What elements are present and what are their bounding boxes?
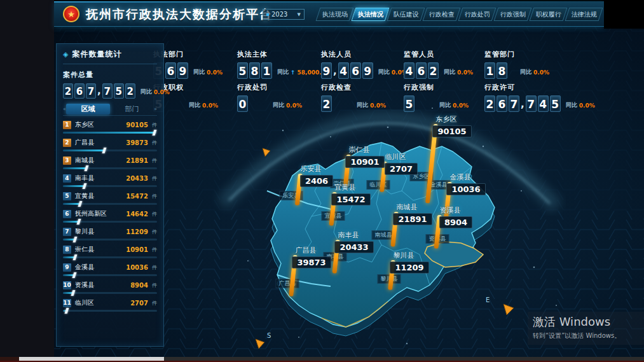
rank-slider-handle[interactable] [71, 290, 76, 296]
year-select[interactable]: 2023 ▼ [263, 9, 305, 20]
rank-row-南丰县[interactable]: 4南丰县20433件 [63, 174, 157, 187]
map-marker-广昌县[interactable]: 广昌县39873 [279, 246, 332, 268]
total-cases-value: 267,752 同比 0.0% [63, 83, 157, 99]
rank-name: 黎川县 [75, 227, 94, 236]
rank-slider-handle[interactable] [77, 219, 81, 225]
rank-slider-handle[interactable] [73, 237, 78, 242]
nav-tab-行政处罚[interactable]: 行政处罚 [458, 8, 497, 21]
tab-region[interactable]: 区域 [66, 104, 110, 115]
rank-progress-track [63, 292, 157, 294]
nav-tab-label: 执法情况 [358, 10, 383, 19]
rank-row-top: 11临川区2707件 [63, 298, 157, 307]
diamond-icon: ◈ [63, 50, 68, 59]
rank-unit: 件 [152, 282, 157, 289]
nav-tab-行政检查[interactable]: 行政检查 [423, 8, 461, 21]
rank-slider-handle[interactable] [102, 148, 107, 153]
nav-tab-法律法规[interactable]: 法律法规 [565, 8, 603, 21]
yoy-label: 同比 [378, 68, 390, 76]
total-cases-label: 案件总量 [63, 70, 157, 80]
rank-row-广昌县[interactable]: 2广昌县39873件 [63, 138, 157, 151]
rank-value: 15472 [126, 193, 148, 200]
rank-name: 资溪县 [75, 281, 94, 289]
nav-tab-执法现场[interactable]: 执法现场 [316, 8, 354, 21]
total-digit-row: 267,752 [63, 83, 135, 99]
digit-box: 9 [177, 62, 188, 79]
rank-progress-fill [63, 185, 85, 187]
marker-name: 东乡区 [420, 115, 473, 124]
yoy-value: 0.0% [457, 69, 473, 76]
yoy-value: 0.0% [533, 69, 549, 76]
rank-unit: 件 [152, 193, 157, 200]
stat-label: 监管人员 [404, 50, 439, 59]
desktop-corner [604, 0, 644, 29]
rank-progress-track [63, 221, 157, 223]
rank-badge: 2 [63, 139, 71, 147]
rank-row-top: 8崇仁县10901件 [63, 245, 157, 254]
rank-slider-handle[interactable] [83, 183, 87, 189]
nav-tab-职权履行[interactable]: 职权履行 [530, 8, 568, 21]
rank-progress-track [63, 185, 157, 187]
rank-slider-handle[interactable] [78, 201, 82, 207]
digit-box: 6 [416, 62, 427, 79]
rank-slider-handle[interactable] [73, 254, 78, 260]
rank-slider-handle[interactable] [85, 165, 89, 171]
map-marker-金溪县[interactable]: 金溪县10036 [434, 172, 487, 195]
marker-name: 广昌县 [279, 246, 332, 255]
marker-name: 乐安县 [284, 164, 338, 174]
yoy-label: 同比 [520, 68, 531, 76]
nav-tab-行政强制[interactable]: 行政强制 [494, 8, 532, 21]
rank-row-东乡区[interactable]: 1东乡区90105件 [63, 120, 157, 134]
rank-row-抚州高新区[interactable]: 6抚州高新区14642件 [63, 209, 157, 223]
rank-row-金溪县[interactable]: 9金溪县10036件 [63, 263, 157, 276]
map-district-label-广昌县: 广昌县 [276, 279, 299, 288]
marker-value: 90105 [432, 125, 471, 137]
rank-value: 39873 [126, 139, 148, 146]
nav-tab-队伍建设[interactable]: 队伍建设 [387, 8, 425, 21]
rank-row-top: 1东乡区90105件 [63, 120, 157, 129]
digit-box: 5 [114, 83, 124, 99]
digit-box: 6 [74, 83, 85, 99]
digit-box: 2 [63, 83, 73, 99]
pager-right-icon[interactable]: » [154, 106, 157, 112]
stat-监管人员: 监管人员462同比0.0% [404, 50, 473, 79]
marker-value: 20433 [334, 241, 373, 253]
rank-row-资溪县[interactable]: 10资溪县8904件 [63, 281, 157, 294]
stat-main: 监管部门18 [484, 50, 515, 79]
rank-badge: 8 [63, 246, 71, 254]
tab-department[interactable]: 部门 [110, 104, 154, 115]
marker-value: 2707 [385, 163, 418, 175]
region-3d-map[interactable]: E S [210, 95, 566, 362]
rank-row-崇仁县[interactable]: 8崇仁县10901件 [63, 245, 157, 258]
rank-slider-handle[interactable] [64, 308, 69, 314]
map-marker-黎川县[interactable]: 黎川县11209 [377, 251, 430, 274]
rank-row-黎川县[interactable]: 7黎川县11209件 [63, 227, 157, 240]
rank-slider-handle[interactable] [72, 272, 76, 278]
rank-unit: 件 [152, 264, 157, 271]
map-marker-宜黄县[interactable]: 宜黄县15472 [319, 183, 372, 205]
marker-value: 10036 [446, 183, 485, 195]
nav-tab-执法情况[interactable]: 执法情况 [352, 8, 390, 21]
stat-yoy: 同比0.0% [444, 68, 473, 76]
digit-box: 6 [350, 62, 361, 79]
stat-digit-row: 462 [404, 62, 439, 79]
rank-row-南城县[interactable]: 3南城县21891件 [63, 156, 157, 169]
map-marker-东乡区[interactable]: 东乡区90105 [420, 115, 473, 137]
nav-tabs: 执法现场执法情况队伍建设行政检查行政处罚行政强制职权履行法律法规 [318, 8, 601, 21]
marker-value: 8904 [439, 216, 472, 228]
rank-unit: 件 [152, 139, 157, 146]
yoy-label: 同比 [444, 68, 455, 76]
rank-badge: 5 [63, 192, 71, 200]
nav-tab-label: 职权履行 [536, 10, 561, 19]
case-statistics-panel: ◈ 案件数量统计 案件总量 267,752 同比 0.0% « 区域 部门 » … [56, 43, 164, 347]
rank-row-临川区[interactable]: 11临川区2707件 [63, 298, 157, 312]
marker-value: 15472 [331, 193, 370, 205]
total-yoy: 同比 0.0% [140, 88, 170, 96]
watermark-line2: 转到“设置”以激活 Windows。 [533, 331, 639, 340]
rank-row-宜黄县[interactable]: 5宜黄县15472件 [63, 191, 157, 205]
rank-progress-track [63, 274, 157, 276]
rank-name: 南丰县 [75, 174, 94, 183]
rank-slider-handle[interactable] [152, 130, 156, 136]
rank-name: 崇仁县 [75, 245, 94, 254]
rank-progress-track [63, 203, 157, 205]
nav-tab-label: 行政处罚 [465, 10, 490, 19]
